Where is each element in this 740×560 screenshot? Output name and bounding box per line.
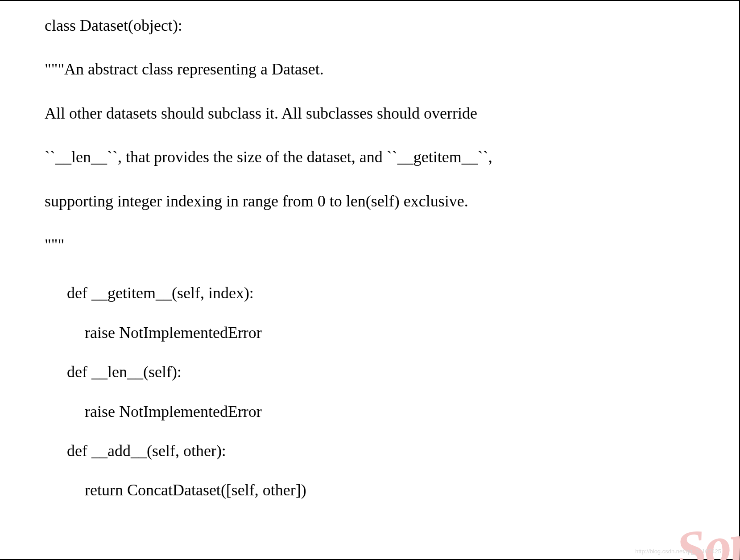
- docstring-open-line: """An abstract class representing a Data…: [45, 58, 695, 80]
- method-getitem-body: raise NotImplementedError: [45, 321, 695, 344]
- docstring-body-line-2: ``__len__``, that provides the size of t…: [45, 146, 695, 168]
- docstring-body-line-3: supporting integer indexing in range fro…: [45, 190, 695, 212]
- method-add-def: def __add__(self, other):: [45, 440, 695, 462]
- method-len-def: def __len__(self):: [45, 361, 695, 383]
- watermark-large-text: Son: [672, 510, 740, 560]
- docstring-close-line: """: [45, 234, 695, 256]
- code-document-container: class Dataset(object): """An abstract cl…: [0, 0, 740, 560]
- class-definition-line: class Dataset(object):: [45, 14, 695, 37]
- docstring-body-line-1: All other datasets should subclass it. A…: [45, 102, 695, 124]
- method-add-body: return ConcatDataset([self, other]): [45, 479, 695, 501]
- method-len-body: raise NotImplementedError: [45, 400, 695, 423]
- watermark-small-text: http://blog.csdn.net/qq_34107425: [635, 548, 721, 555]
- method-getitem-def: def __getitem__(self, index):: [45, 282, 695, 304]
